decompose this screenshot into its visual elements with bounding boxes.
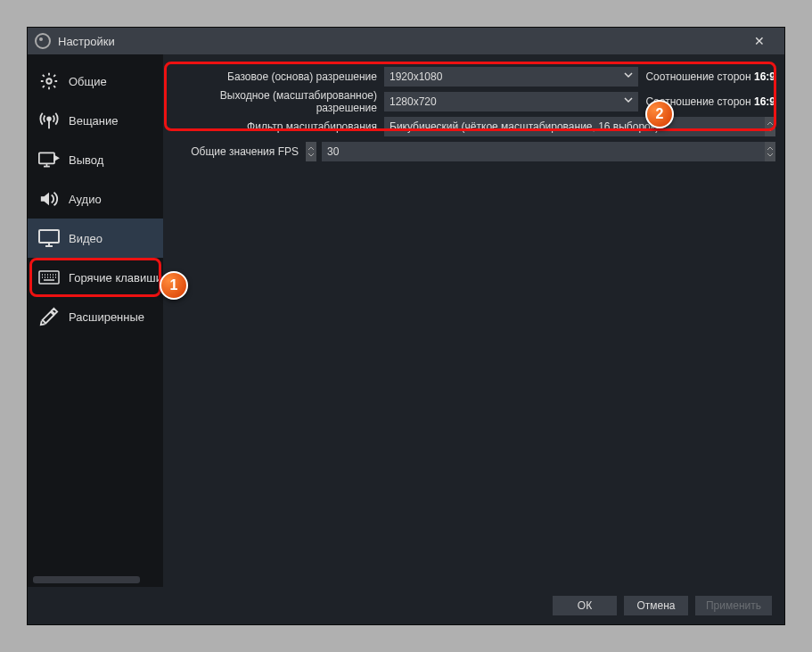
audio-icon (38, 190, 60, 208)
combo-value: 30 (327, 145, 339, 158)
sidebar-item-hotkeys[interactable]: Горячие клавиши (28, 258, 163, 297)
row-scale-filter: Фильтр масштабирования Бикубический (чёт… (172, 115, 775, 138)
combo-fps[interactable]: 30 (322, 142, 765, 161)
body: Общие Вещание Вывод Аудио (28, 54, 784, 587)
svg-point-1 (47, 117, 51, 120)
spinner-fps-type[interactable] (306, 142, 316, 161)
sidebar-item-label: Видео (69, 232, 103, 245)
chevron-down-icon (624, 95, 633, 104)
tools-icon (38, 308, 60, 326)
label-scale-filter: Фильтр масштабирования (172, 120, 384, 133)
settings-window: Настройки ✕ Общие Вещание Вывод (27, 27, 785, 625)
sidebar-item-audio[interactable]: Аудио (28, 179, 163, 219)
combo-output-resolution[interactable]: 1280x720 (384, 92, 638, 111)
sidebar-scrollbar[interactable] (33, 576, 140, 583)
annotation-marker-1: 1 (160, 271, 188, 300)
sidebar-item-advanced[interactable]: Расширенные (28, 297, 163, 336)
sidebar-item-label: Расширенные (69, 310, 144, 324)
sidebar-item-label: Общие (69, 75, 107, 88)
combo-value: 1280x720 (390, 95, 437, 108)
svg-point-0 (46, 78, 52, 84)
sidebar-item-video[interactable]: Видео (28, 219, 163, 258)
aspect-base: Соотношение сторон 16:9 (645, 70, 775, 83)
annotation-marker-2: 2 (645, 100, 674, 128)
spinner-fps[interactable] (765, 142, 775, 161)
window-title: Настройки (58, 35, 742, 48)
ok-button[interactable]: ОК (553, 596, 617, 615)
titlebar: Настройки ✕ (28, 28, 784, 54)
label-output-resolution: Выходное (масштабированное) разрешение (172, 89, 384, 114)
label-fps: Общие значения FPS (172, 145, 306, 158)
sidebar: Общие Вещание Вывод Аудио (28, 54, 163, 587)
gear-icon (38, 72, 60, 90)
sidebar-item-label: Вывод (69, 153, 103, 167)
sidebar-item-label: Аудио (69, 193, 102, 206)
app-icon (35, 33, 51, 49)
keyboard-icon (38, 268, 60, 286)
label-base-resolution: Базовое (основа) разрешение (172, 70, 384, 83)
cancel-button[interactable]: Отмена (624, 596, 688, 615)
sidebar-item-general[interactable]: Общие (28, 62, 163, 101)
combo-scale-filter[interactable]: Бикубический (чёткое масштабирование, 16… (384, 117, 765, 136)
sidebar-item-output[interactable]: Вывод (28, 140, 163, 179)
broadcast-icon (38, 111, 60, 129)
apply-button[interactable]: Применить (695, 596, 772, 615)
content-panel: Базовое (основа) разрешение 1920x1080 Со… (163, 54, 784, 587)
monitor-icon (38, 229, 60, 247)
combo-base-resolution[interactable]: 1920x1080 (384, 67, 638, 87)
row-fps: Общие значения FPS 30 (172, 140, 775, 163)
row-base-resolution: Базовое (основа) разрешение 1920x1080 Со… (172, 65, 775, 88)
svg-rect-2 (39, 153, 54, 163)
combo-value: Бикубический (чёткое масштабирование, 16… (390, 120, 659, 133)
chevron-down-icon (624, 70, 633, 79)
close-button[interactable]: ✕ (742, 34, 777, 48)
row-output-resolution: Выходное (масштабированное) разрешение 1… (172, 90, 775, 113)
sidebar-item-stream[interactable]: Вещание (28, 101, 163, 140)
sidebar-item-label: Горячие клавиши (69, 271, 162, 285)
spinner-scale-filter[interactable] (765, 117, 775, 136)
footer: ОК Отмена Применить (28, 587, 784, 624)
svg-rect-3 (39, 230, 59, 243)
sidebar-item-label: Вещание (69, 114, 119, 128)
combo-value: 1920x1080 (390, 70, 442, 83)
output-icon (38, 151, 60, 169)
